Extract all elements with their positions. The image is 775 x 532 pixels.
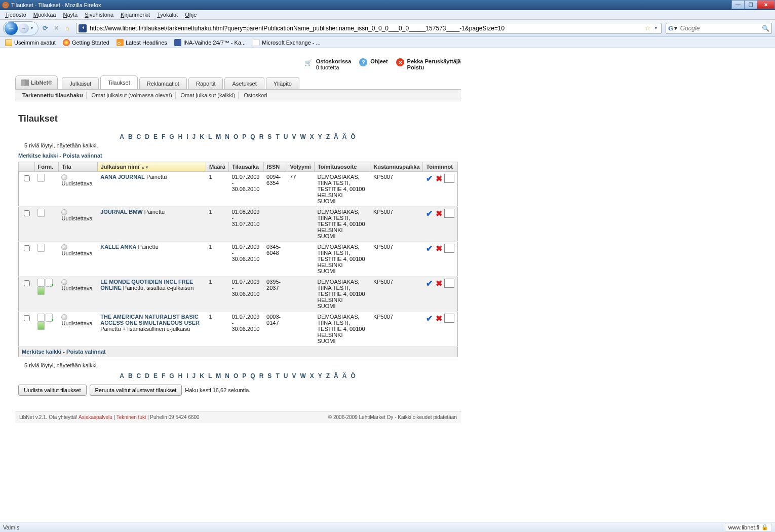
- alpha-letter[interactable]: B: [127, 372, 135, 379]
- select-all-bottom[interactable]: Merkitse kaikki: [22, 349, 61, 355]
- menu-history[interactable]: Sivuhistoria: [82, 11, 117, 18]
- bookmark-item[interactable]: INA-Vaihde 24/7™ - Ka...: [172, 39, 248, 47]
- menu-edit[interactable]: Muokkaa: [30, 11, 59, 18]
- close-button[interactable]: ✕: [757, 0, 775, 9]
- alpha-letter[interactable]: Q: [249, 133, 257, 140]
- tab-julkaisut[interactable]: Julkaisut: [62, 77, 99, 89]
- alpha-letter[interactable]: G: [168, 133, 176, 140]
- alpha-letter[interactable]: F: [160, 372, 168, 379]
- row-checkbox[interactable]: [24, 280, 30, 286]
- alpha-letter[interactable]: Q: [249, 372, 257, 379]
- publication-link[interactable]: KALLE ANKA: [100, 244, 136, 250]
- subnav-tarkennettu[interactable]: Tarkennettu tilaushaku: [19, 92, 87, 99]
- copy-icon[interactable]: [445, 175, 454, 183]
- alpha-letter[interactable]: A: [118, 372, 127, 379]
- alpha-letter[interactable]: V: [290, 133, 298, 140]
- col-kustannuspaikka[interactable]: Kustannuspaikka: [370, 162, 423, 172]
- alpha-letter[interactable]: L: [207, 133, 214, 140]
- row-checkbox[interactable]: [24, 315, 30, 321]
- approve-icon[interactable]: ✔: [426, 209, 433, 218]
- row-checkbox[interactable]: [24, 245, 30, 251]
- row-checkbox[interactable]: [24, 210, 30, 216]
- tab-tilaukset[interactable]: Tilaukset: [100, 75, 138, 89]
- alpha-letter[interactable]: O: [232, 372, 241, 379]
- reject-icon[interactable]: ✖: [436, 314, 442, 323]
- alpha-letter[interactable]: T: [274, 133, 282, 140]
- approve-icon[interactable]: ✔: [426, 174, 433, 183]
- app-logo[interactable]: LibNet®: [15, 75, 58, 89]
- alpha-letter[interactable]: X: [308, 133, 317, 140]
- cart-link[interactable]: Ostoskorissa0 tuotetta: [304, 58, 352, 70]
- clear-selection-bottom[interactable]: Poista valinnat: [66, 349, 106, 355]
- copy-icon[interactable]: [445, 280, 454, 288]
- cancel-button[interactable]: Peruuta valitut alustavat tilaukset: [90, 385, 182, 396]
- search-bar[interactable]: G▾ 🔍: [666, 23, 772, 34]
- alpha-letter[interactable]: K: [198, 372, 207, 379]
- col-toimitus[interactable]: Toimitusosoite: [314, 162, 370, 172]
- alpha-letter[interactable]: F: [160, 133, 168, 140]
- col-volyymi[interactable]: Volyymi: [287, 162, 314, 172]
- alpha-letter[interactable]: I: [185, 133, 190, 140]
- alpha-letter[interactable]: K: [198, 133, 207, 140]
- alpha-letter[interactable]: Å: [332, 133, 341, 140]
- reject-icon[interactable]: ✖: [436, 279, 442, 288]
- approve-icon[interactable]: ✔: [426, 279, 433, 288]
- reject-icon[interactable]: ✖: [436, 174, 442, 183]
- menu-help[interactable]: Ohje: [182, 11, 200, 18]
- col-form[interactable]: Form.: [34, 162, 58, 172]
- alpha-letter[interactable]: D: [143, 372, 152, 379]
- alpha-letter[interactable]: Z: [325, 372, 332, 379]
- bookmark-item[interactable]: Latest Headlines: [114, 39, 169, 47]
- bookmark-item[interactable]: Getting Started: [61, 39, 111, 47]
- url-input[interactable]: [89, 24, 643, 32]
- alpha-letter[interactable]: T: [274, 372, 282, 379]
- alpha-letter[interactable]: E: [152, 372, 160, 379]
- alpha-letter[interactable]: Ö: [349, 372, 358, 379]
- publication-link[interactable]: JOURNAL BMW: [100, 209, 143, 215]
- bookmark-item[interactable]: Useimmin avatut: [3, 39, 58, 47]
- publication-link[interactable]: AANA JOURNAL: [100, 174, 145, 180]
- alpha-letter[interactable]: Y: [317, 133, 325, 140]
- alpha-letter[interactable]: I: [185, 372, 190, 379]
- reject-icon[interactable]: ✖: [436, 244, 442, 253]
- alpha-letter[interactable]: Å: [332, 372, 341, 379]
- col-tilausaika[interactable]: Tilausaika: [228, 162, 263, 172]
- alpha-letter[interactable]: J: [191, 372, 199, 379]
- tab-reklamaatiot[interactable]: Reklamaatiot: [139, 77, 187, 89]
- alpha-letter[interactable]: R: [258, 372, 266, 379]
- alpha-letter[interactable]: O: [232, 133, 241, 140]
- copy-icon[interactable]: [445, 210, 454, 218]
- alpha-letter[interactable]: M: [214, 133, 223, 140]
- subnav-kaikki[interactable]: Omat julkaisut (kaikki): [178, 92, 239, 99]
- alpha-letter[interactable]: Y: [317, 372, 325, 379]
- tab-asetukset[interactable]: Asetukset: [224, 77, 264, 89]
- row-checkbox[interactable]: [24, 175, 30, 181]
- search-go-icon[interactable]: 🔍: [762, 25, 769, 32]
- alpha-letter[interactable]: S: [266, 133, 274, 140]
- alpha-letter[interactable]: L: [207, 372, 214, 379]
- footer-asiakaspalvelu[interactable]: Asiakaspalvelu: [79, 414, 112, 420]
- alpha-letter[interactable]: H: [177, 133, 185, 140]
- search-engine-icon[interactable]: G▾: [668, 24, 677, 32]
- tab-raportit[interactable]: Raportit: [188, 77, 223, 89]
- minimize-button[interactable]: —: [731, 0, 745, 9]
- menu-view[interactable]: Näytä: [60, 11, 81, 18]
- search-input[interactable]: [679, 24, 760, 32]
- menu-bookmarks[interactable]: Kirjanmerkit: [118, 11, 153, 18]
- alpha-letter[interactable]: A: [118, 133, 127, 140]
- approve-icon[interactable]: ✔: [426, 244, 433, 253]
- url-bar[interactable]: ☆ ▼: [76, 23, 662, 34]
- alpha-letter[interactable]: P: [241, 133, 249, 140]
- reject-icon[interactable]: ✖: [436, 209, 442, 218]
- approve-icon[interactable]: ✔: [426, 314, 433, 323]
- home-button[interactable]: ⌂: [63, 24, 72, 33]
- alpha-letter[interactable]: R: [258, 133, 266, 140]
- alpha-letter[interactable]: H: [177, 372, 185, 379]
- select-all-top[interactable]: Merkitse kaikki: [18, 153, 58, 159]
- alpha-letter[interactable]: G: [168, 372, 176, 379]
- url-dropdown[interactable]: ▼: [653, 26, 659, 30]
- renew-button[interactable]: Uudista valitut tilaukset: [18, 385, 87, 396]
- help-link[interactable]: Ohjeet: [359, 58, 388, 70]
- col-julkaisu[interactable]: Julkaisun nimi▲▼: [97, 162, 206, 172]
- col-toiminnot[interactable]: Toiminnot: [423, 162, 458, 172]
